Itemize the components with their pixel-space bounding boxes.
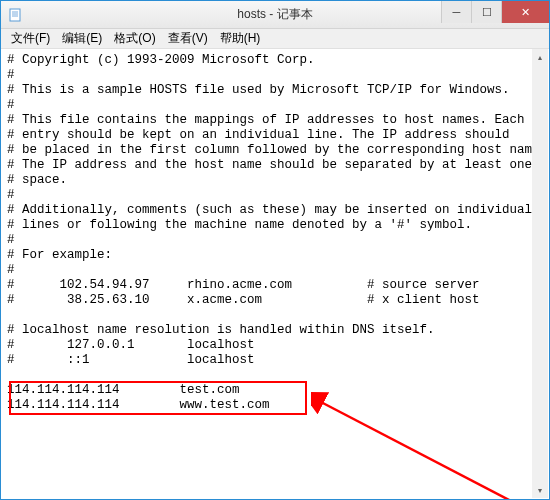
menu-file[interactable]: 文件(F) (5, 28, 56, 49)
vertical-scrollbar[interactable]: ▴ ▾ (532, 49, 548, 498)
scroll-up-icon[interactable]: ▴ (532, 49, 548, 65)
window-controls: ─ ☐ ✕ (441, 1, 549, 23)
menu-format[interactable]: 格式(O) (108, 28, 161, 49)
file-content: # Copyright (c) 1993-2009 Microsoft Corp… (7, 53, 547, 412)
minimize-button[interactable]: ─ (441, 1, 471, 23)
titlebar: hosts - 记事本 ─ ☐ ✕ (1, 1, 549, 29)
menubar: 文件(F) 编辑(E) 格式(O) 查看(V) 帮助(H) (1, 29, 549, 49)
menu-edit[interactable]: 编辑(E) (56, 28, 108, 49)
text-editor-area[interactable]: # Copyright (c) 1993-2009 Microsoft Corp… (1, 49, 549, 500)
menu-help[interactable]: 帮助(H) (214, 28, 267, 49)
menu-view[interactable]: 查看(V) (162, 28, 214, 49)
maximize-button[interactable]: ☐ (471, 1, 501, 23)
svg-rect-0 (10, 9, 20, 21)
scroll-down-icon[interactable]: ▾ (532, 482, 548, 498)
notepad-icon (7, 7, 23, 23)
close-button[interactable]: ✕ (501, 1, 549, 23)
annotation-arrow (311, 391, 531, 500)
svg-line-5 (319, 401, 511, 500)
window-title: hosts - 记事本 (237, 6, 312, 23)
